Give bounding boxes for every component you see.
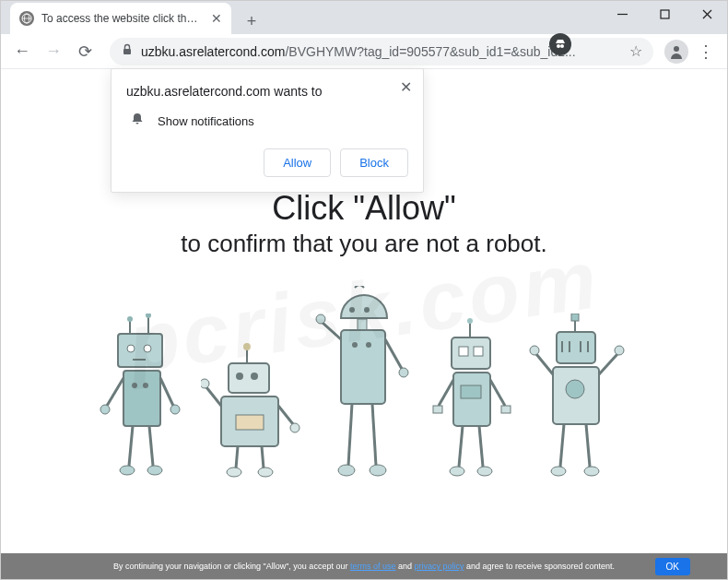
svg-line-24: [129, 426, 133, 466]
bell-icon: [130, 112, 145, 130]
svg-point-42: [258, 468, 273, 477]
svg-point-53: [399, 368, 408, 377]
svg-line-71: [479, 426, 483, 467]
svg-rect-34: [236, 415, 264, 430]
toolbar: ← → ⟳ uzbku.asrelatercond.com/BVGHYMW?ta…: [1, 34, 727, 69]
robot-icon: [98, 314, 190, 479]
svg-line-84: [599, 354, 617, 374]
svg-rect-64: [461, 385, 481, 398]
svg-point-51: [316, 314, 325, 324]
notification-permission-dialog: ✕ uzbku.asrelatercond.com wants to Show …: [111, 68, 424, 193]
new-tab-button[interactable]: +: [239, 8, 264, 34]
svg-point-85: [615, 346, 624, 355]
svg-rect-66: [433, 406, 442, 413]
svg-line-35: [206, 387, 221, 406]
svg-line-56: [372, 404, 376, 466]
svg-point-59: [467, 318, 473, 324]
svg-point-44: [364, 307, 370, 313]
reload-button[interactable]: ⟳: [71, 38, 99, 65]
svg-point-23: [170, 405, 180, 414]
robot-icon: [426, 314, 518, 479]
svg-point-21: [100, 405, 110, 414]
cookie-footer: By continuing your navigation or clickin…: [1, 553, 727, 579]
svg-point-12: [146, 314, 151, 318]
browser-tab[interactable]: To access the website click the "A ✕: [10, 3, 231, 34]
svg-rect-1: [661, 10, 669, 18]
svg-point-87: [551, 467, 566, 476]
page-subline: to confirm that you are not a robot.: [181, 230, 546, 258]
robot-icon: [529, 314, 630, 479]
svg-line-41: [262, 446, 264, 468]
bookmark-star-icon[interactable]: ☆: [629, 42, 642, 60]
block-button[interactable]: Block: [340, 148, 408, 177]
svg-line-39: [236, 446, 238, 468]
svg-point-70: [450, 467, 464, 476]
tab-close-icon[interactable]: ✕: [211, 11, 222, 26]
close-icon[interactable]: ✕: [400, 78, 412, 96]
svg-point-57: [370, 465, 386, 476]
svg-point-89: [584, 467, 599, 476]
svg-rect-62: [474, 347, 483, 356]
svg-line-82: [536, 354, 553, 374]
svg-line-88: [586, 424, 590, 467]
svg-rect-13: [118, 334, 162, 367]
svg-point-48: [352, 342, 358, 348]
svg-rect-30: [229, 363, 269, 393]
lock-icon: [121, 43, 134, 59]
allow-button[interactable]: Allow: [264, 148, 331, 177]
page-headline: Click "Allow": [272, 189, 456, 228]
robot-icon: [313, 286, 415, 479]
permission-origin: uzbku.asrelatercond.com wants to: [126, 84, 408, 99]
forward-button[interactable]: →: [40, 38, 67, 65]
svg-point-55: [338, 465, 355, 476]
address-bar[interactable]: uzbku.asrelatercond.com/BVGHYMW?tag_id=9…: [110, 38, 653, 65]
svg-line-20: [107, 378, 123, 406]
privacy-link[interactable]: privacy policy: [414, 562, 464, 571]
close-window-button[interactable]: [686, 0, 728, 28]
terms-link[interactable]: terms of use: [350, 562, 396, 571]
svg-point-38: [290, 423, 299, 432]
svg-line-50: [323, 323, 341, 339]
svg-line-37: [278, 406, 293, 424]
svg-point-14: [127, 345, 135, 352]
svg-point-8: [674, 46, 679, 52]
svg-rect-60: [452, 337, 490, 369]
svg-point-81: [566, 380, 584, 398]
svg-point-83: [530, 346, 539, 355]
svg-rect-46: [358, 319, 367, 330]
svg-rect-74: [571, 314, 579, 321]
svg-line-86: [560, 424, 564, 467]
window-controls: [601, 0, 728, 28]
profile-avatar[interactable]: [664, 40, 688, 64]
svg-rect-63: [453, 373, 490, 426]
minimize-button[interactable]: [601, 0, 643, 28]
tab-title: To access the website click the "A: [41, 12, 204, 25]
svg-point-15: [144, 345, 151, 352]
svg-point-29: [243, 343, 251, 350]
svg-point-32: [251, 373, 258, 380]
svg-point-19: [143, 383, 148, 388]
svg-rect-61: [459, 347, 468, 356]
footer-ok-button[interactable]: OK: [655, 558, 690, 575]
chrome-menu-button[interactable]: ⋮: [692, 38, 720, 65]
svg-point-72: [477, 467, 492, 476]
svg-point-49: [366, 342, 371, 348]
svg-rect-68: [501, 406, 511, 413]
svg-line-65: [439, 380, 453, 406]
globe-icon: [19, 11, 34, 26]
robot-icon: [201, 314, 302, 479]
back-button[interactable]: ←: [8, 38, 36, 65]
maximize-button[interactable]: [643, 0, 686, 28]
svg-point-10: [127, 316, 133, 322]
incognito-icon[interactable]: [549, 33, 571, 55]
svg-point-43: [349, 307, 355, 313]
footer-text: By continuing your navigation or clickin…: [113, 562, 615, 571]
svg-point-36: [201, 379, 209, 388]
robots-illustration: [98, 286, 630, 479]
svg-rect-17: [123, 371, 160, 426]
permission-text: Show notifications: [158, 114, 254, 128]
svg-line-67: [490, 380, 505, 406]
svg-rect-47: [341, 330, 385, 404]
svg-line-52: [385, 339, 402, 369]
svg-point-31: [236, 373, 243, 380]
